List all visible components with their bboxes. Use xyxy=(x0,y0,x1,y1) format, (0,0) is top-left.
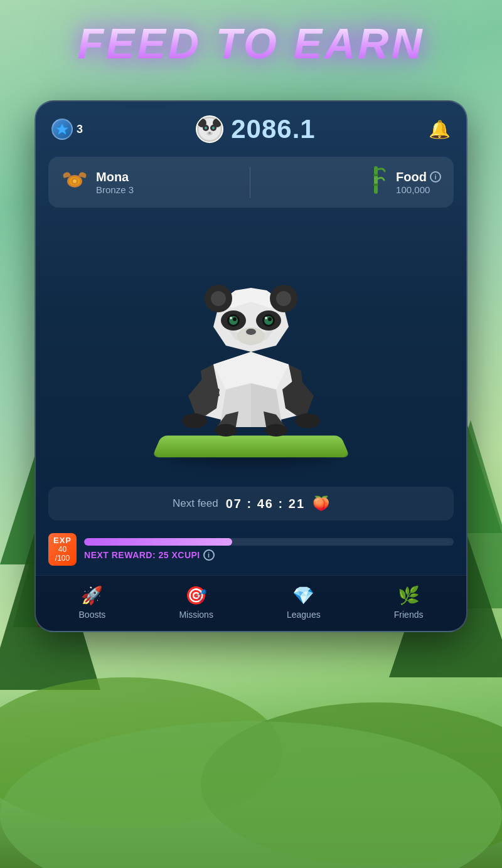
rank-badge-icon xyxy=(61,169,88,196)
main-card: 3 2086.1 🔔 xyxy=(35,100,467,632)
reward-text: NEXT REWARD: 25 XCUPI i xyxy=(84,549,454,561)
info-row: Mona Bronze 3 Food xyxy=(48,157,454,208)
food-info-button[interactable]: i xyxy=(430,171,441,183)
user-name: Mona xyxy=(96,170,134,184)
missions-label: Missions xyxy=(179,610,213,620)
bell-icon[interactable]: 🔔 xyxy=(429,119,451,140)
nav-item-friends[interactable]: 🌿 Friends xyxy=(394,585,424,620)
panda-display[interactable] xyxy=(36,217,466,480)
svg-point-58 xyxy=(246,329,256,335)
boosts-icon: 🚀 xyxy=(81,585,103,606)
food-label: Food i xyxy=(396,170,441,184)
exp-bar-fill xyxy=(84,538,232,546)
user-rank: Bronze 3 xyxy=(96,184,134,195)
hills-background xyxy=(0,680,502,868)
timer-peach-icon: 🍑 xyxy=(312,495,329,512)
svg-point-39 xyxy=(295,413,320,428)
main-title: FEED TO EARN xyxy=(0,19,502,68)
timer-value: 07 : 46 : 21 xyxy=(226,497,305,511)
svg-point-46 xyxy=(276,291,291,306)
score-section: 2086.1 xyxy=(196,114,315,144)
exp-max: 100 xyxy=(57,554,70,563)
friends-icon: 🌿 xyxy=(398,585,420,606)
svg-point-45 xyxy=(211,291,226,306)
exp-badge: EXP 40/100 xyxy=(48,533,77,566)
exp-bar-background xyxy=(84,538,454,546)
svg-rect-29 xyxy=(373,184,378,186)
svg-rect-28 xyxy=(373,174,378,176)
svg-rect-26 xyxy=(374,176,378,184)
exp-section: EXP 40/100 NEXT REWARD: 25 XCUPI i xyxy=(48,533,454,566)
svg-point-55 xyxy=(230,317,232,319)
header-bar: 3 2086.1 🔔 xyxy=(36,102,466,154)
reward-info-button[interactable]: i xyxy=(203,549,215,561)
food-details: Food i 100,000 xyxy=(396,170,441,195)
boosts-label: Boosts xyxy=(79,610,106,620)
title-container: FEED TO EARN xyxy=(0,19,502,68)
info-divider xyxy=(250,167,250,198)
reward-text-value: NEXT REWARD: 25 XCUPI xyxy=(84,550,200,560)
svg-point-20 xyxy=(208,132,211,134)
user-info: Mona Bronze 3 xyxy=(61,169,134,196)
exp-current: 40 xyxy=(58,545,67,554)
missions-icon: 🎯 xyxy=(185,585,207,606)
svg-point-54 xyxy=(268,317,272,321)
score-number: 2086.1 xyxy=(231,114,315,144)
svg-point-61 xyxy=(215,424,237,437)
timer-sep2: : xyxy=(279,497,289,511)
exp-value: 40/100 xyxy=(55,545,70,563)
timer-seconds: 21 xyxy=(289,497,305,511)
food-info: Food i 100,000 xyxy=(366,166,441,198)
timer-hours: 07 xyxy=(226,497,242,511)
timer-sep1: : xyxy=(247,497,257,511)
nav-item-boosts[interactable]: 🚀 Boosts xyxy=(79,585,106,620)
exp-label: EXP xyxy=(53,536,72,545)
food-label-text: Food xyxy=(396,170,427,184)
svg-point-17 xyxy=(205,127,207,129)
svg-point-56 xyxy=(265,317,267,319)
panda-avatar-icon xyxy=(196,115,223,143)
panda-platform xyxy=(163,239,339,458)
friends-label: Friends xyxy=(394,610,424,620)
svg-rect-25 xyxy=(374,166,378,175)
panda-figure xyxy=(163,239,339,440)
svg-point-62 xyxy=(265,424,287,437)
svg-marker-11 xyxy=(56,124,68,134)
bottom-navigation: 🚀 Boosts 🎯 Missions 💎 Leagues 🌿 Friends xyxy=(36,575,466,631)
food-count: 100,000 xyxy=(396,184,441,195)
leagues-label: Leagues xyxy=(287,610,321,620)
timer-minutes: 46 xyxy=(257,497,274,511)
nav-item-missions[interactable]: 🎯 Missions xyxy=(179,585,213,620)
svg-point-18 xyxy=(212,127,215,129)
timer-label: Next feed xyxy=(173,497,218,510)
token-count: 3 xyxy=(77,123,83,136)
svg-point-24 xyxy=(73,179,77,183)
leagues-icon: 💎 xyxy=(292,585,314,606)
svg-point-53 xyxy=(233,317,237,321)
svg-rect-27 xyxy=(374,185,378,194)
user-details: Mona Bronze 3 xyxy=(96,170,134,195)
svg-point-38 xyxy=(182,413,207,428)
token-badge: 3 xyxy=(51,119,83,140)
token-icon xyxy=(51,119,73,140)
bamboo-icon xyxy=(366,166,388,198)
nav-item-leagues[interactable]: 💎 Leagues xyxy=(287,585,321,620)
exp-bar-container: NEXT REWARD: 25 XCUPI i xyxy=(84,538,454,561)
timer-row: Next feed 07 : 46 : 21 🍑 xyxy=(48,487,454,521)
